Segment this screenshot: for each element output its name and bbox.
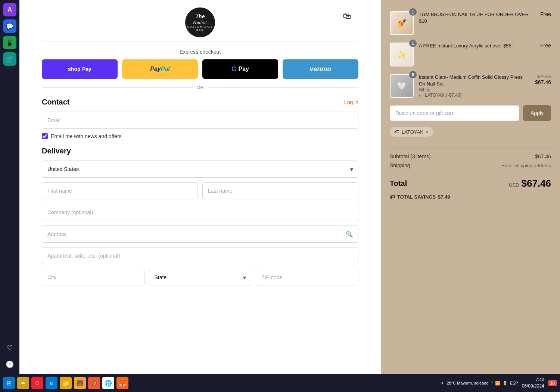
delivery-section: Delivery United States ▾ xyxy=(42,147,358,290)
sidebar-icon-messenger[interactable]: 💬 xyxy=(3,19,16,33)
item-badge-nail-glue: 1 xyxy=(409,8,417,16)
first-name-group xyxy=(42,182,198,199)
weather-text: 28°C Mayorm. soleado xyxy=(447,381,488,385)
item-price-current-nails: $67.46 xyxy=(535,79,551,85)
apartment-input[interactable] xyxy=(42,247,358,264)
section-header: Contact Log in xyxy=(42,98,358,106)
total-row: Total USD $67.46 xyxy=(390,178,551,189)
item-badge-nails: 5 xyxy=(409,71,417,78)
taskbar-bear-icon[interactable]: 🐻 xyxy=(74,377,86,389)
zip-input[interactable] xyxy=(256,269,358,286)
newsletter-checkbox[interactable] xyxy=(42,133,48,139)
store-logo-text: The Nailist CUSTOM NAIL BAR xyxy=(185,13,215,32)
express-checkout-label: Express checkout xyxy=(42,49,358,55)
state-select[interactable]: State Alabama Alaska Arizona California … xyxy=(149,269,252,286)
system-tray: ☀ 28°C Mayorm. soleado ^ 📶 🔋 ESP xyxy=(441,381,518,386)
item-details-nail-glue: 7GM BRUSH-ON NAIL GLUE FOR ORDER OVER $1… xyxy=(419,11,535,25)
order-summary: 💅 1 7GM BRUSH-ON NAIL GLUE FOR ORDER OVE… xyxy=(381,0,560,374)
start-button[interactable]: ⊞ xyxy=(3,377,15,389)
shipping-label: Shipping xyxy=(390,162,410,168)
item-image-acrylic: ✨ xyxy=(390,43,414,66)
city-form-group xyxy=(42,269,144,286)
newsletter-label[interactable]: Email me with news and offers xyxy=(51,133,122,139)
log-in-link[interactable]: Log in xyxy=(344,99,358,105)
sidebar-icon-arcadia[interactable]: A xyxy=(3,3,16,16)
first-name-input[interactable] xyxy=(42,182,198,199)
taskbar-pen-icon[interactable]: ✒ xyxy=(17,377,29,389)
item-image-wrapper-acrylic: ✨ 1 xyxy=(390,43,414,66)
item-name-nail-glue: 7GM BRUSH-ON NAIL GLUE FOR ORDER OVER $1… xyxy=(419,11,535,25)
state-select-wrapper: State Alabama Alaska Arizona California … xyxy=(149,269,252,286)
store-logo: The Nailist CUSTOM NAIL BAR xyxy=(185,7,215,37)
item-name-nails: Instant Glam- Medium Coffin Solid Glossy… xyxy=(419,74,530,87)
country-form-group: United States ▾ xyxy=(42,161,358,178)
order-item-acrylic: ✨ 1 A FREE Instant Luxury Acrylic set ov… xyxy=(390,43,551,66)
item-variant-nails: White xyxy=(419,87,530,93)
sidebar-icon-appstore[interactable]: 🛒 xyxy=(3,52,16,66)
item-price-acrylic: Free xyxy=(540,43,551,49)
coupon-remove-button[interactable]: × xyxy=(426,129,429,135)
contact-title: Contact xyxy=(42,98,69,106)
newsletter-row: Email me with news and offers xyxy=(42,133,358,139)
summary-divider-1 xyxy=(390,149,551,149)
venmo-button[interactable]: venmo xyxy=(283,59,358,79)
paypal-button[interactable]: PayPal xyxy=(122,59,198,79)
weather-icon: ☀ xyxy=(441,381,444,386)
apply-button[interactable]: Apply xyxy=(523,105,551,121)
taskbar-opera-icon[interactable]: O xyxy=(31,377,43,389)
country-select[interactable]: United States xyxy=(42,161,358,178)
active-coupon-container: 🏷 LATOYAK × xyxy=(390,127,551,143)
coupon-code: LATOYAK xyxy=(402,129,423,135)
email-input[interactable] xyxy=(42,112,358,129)
taskbar-files-icon[interactable]: 📁 xyxy=(60,377,72,389)
city-input[interactable] xyxy=(42,269,144,286)
shop-pay-button[interactable]: shop Pay xyxy=(42,59,118,79)
address-wrapper: 🔍 xyxy=(42,225,358,243)
taskbar-chrome-icon[interactable]: 🌐 xyxy=(102,377,114,389)
item-name-acrylic: A FREE Instant Luxury Acrylic set over $… xyxy=(419,43,535,49)
cart-icon[interactable]: 🛍 xyxy=(343,11,351,21)
google-pay-button[interactable]: G Pay xyxy=(202,59,278,79)
payment-buttons: shop Pay PayPal G Pay venmo xyxy=(42,59,358,79)
total-value-container: USD $67.46 xyxy=(509,178,551,189)
item-details-acrylic: A FREE Instant Luxury Acrylic set over $… xyxy=(419,43,535,49)
taskbar-right: ☀ 28°C Mayorm. soleado ^ 📶 🔋 ESP 7:40 06… xyxy=(441,377,557,389)
sidebar-icon-whatsapp[interactable]: 📱 xyxy=(3,36,16,49)
zip-form-group xyxy=(256,269,358,286)
clock-time: 7:40 xyxy=(522,377,544,383)
item-image-nail-glue: 💅 xyxy=(390,11,414,35)
sidebar-heart-icon[interactable]: ♡ xyxy=(3,341,16,355)
taskbar-firefox-icon[interactable]: 🦊 xyxy=(116,377,128,389)
item-badge-acrylic: 1 xyxy=(409,40,417,47)
clock-date: 06/09/2024 xyxy=(522,383,544,389)
savings-icon: 🏷 xyxy=(390,194,395,200)
order-item-nail-glue: 💅 1 7GM BRUSH-ON NAIL GLUE FOR ORDER OVE… xyxy=(390,11,551,35)
address-input[interactable] xyxy=(42,225,358,243)
item-price-free-acrylic: Free xyxy=(540,43,551,49)
clock: 7:40 06/09/2024 xyxy=(522,377,544,389)
language-label: ESP xyxy=(510,381,518,385)
taskbar-brave-icon[interactable]: 🦁 xyxy=(88,377,100,389)
sidebar-history-icon[interactable]: 🕐 xyxy=(3,358,16,371)
contact-section: Contact Log in Email me with news and of… xyxy=(42,98,358,139)
item-price-nails: $74.95 $67.46 xyxy=(535,74,551,85)
delivery-title: Delivery xyxy=(42,147,358,155)
item-price-original-nails: $74.95 xyxy=(535,74,551,79)
total-amount: $67.46 xyxy=(521,178,551,189)
item-discount-nails: 🏷 LATOYAK (-$7.49) xyxy=(419,93,530,98)
discount-input[interactable] xyxy=(390,105,519,121)
apartment-form-group xyxy=(42,247,358,264)
subtotal-label: Subtotal (3 items) xyxy=(390,153,431,159)
company-input[interactable] xyxy=(42,204,358,221)
wifi-icon: 📶 xyxy=(495,381,500,386)
notification-badge[interactable]: 18 xyxy=(548,380,557,386)
taskbar-edge-icon[interactable]: e xyxy=(46,377,57,389)
or-divider: OR xyxy=(42,85,358,90)
shipping-value: Enter shipping address xyxy=(501,163,551,168)
battery-icon: 🔋 xyxy=(503,381,508,386)
last-name-group xyxy=(202,182,358,199)
subtotal-row: Subtotal (3 items) $67.46 xyxy=(390,153,551,159)
last-name-input[interactable] xyxy=(202,182,358,199)
item-image-wrapper-nails: 🤍 5 xyxy=(390,74,414,98)
state-form-group: State Alabama Alaska Arizona California … xyxy=(149,269,252,286)
